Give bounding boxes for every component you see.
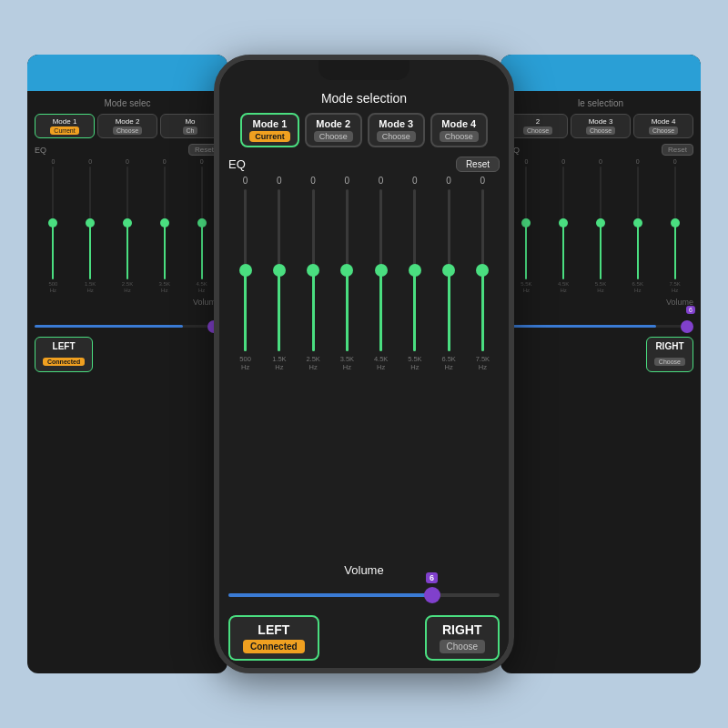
bg-right-track-1[interactable] bbox=[525, 167, 527, 279]
volume-thumb[interactable]: 6 bbox=[424, 587, 440, 603]
bg-right-freq-3: 5.5KHz bbox=[595, 281, 606, 294]
eq-val-2: 0 bbox=[269, 176, 289, 186]
bg-right-mode1-sub: Choose bbox=[523, 126, 552, 135]
eq-slider-3[interactable]: 2.5KHz bbox=[303, 189, 323, 371]
bg-right-mode-3[interactable]: Mode 4 Choose bbox=[633, 114, 693, 138]
bg-left-slider-3[interactable]: 2.5KHz bbox=[120, 167, 135, 294]
eq-track-3[interactable] bbox=[312, 189, 315, 351]
bg-left-slider-4[interactable]: 3.5KHz bbox=[157, 167, 172, 294]
bg-left-eq-val-5: 0 bbox=[194, 158, 210, 165]
bg-left-ear-sub: Connected bbox=[43, 358, 85, 366]
eq-slider-8[interactable]: 7.5KHz bbox=[472, 189, 492, 371]
bg-right-freq-1: 5.5KHz bbox=[521, 281, 531, 294]
bg-left-track-5[interactable] bbox=[201, 167, 203, 279]
eq-slider-1[interactable]: 500Hz bbox=[236, 189, 256, 371]
bg-right-track-3[interactable] bbox=[600, 167, 602, 279]
bg-left-ear-btn[interactable]: LEFT Connected bbox=[35, 337, 93, 372]
left-ear-label: LEFT bbox=[243, 622, 305, 637]
bg-right-mode3-sub: Choose bbox=[649, 126, 678, 135]
bg-left-eq-val-3: 0 bbox=[119, 158, 136, 165]
left-ear-btn[interactable]: LEFT Connected bbox=[228, 615, 319, 661]
phone-notch bbox=[318, 60, 410, 80]
bg-left-mode2-label: Mode 2 bbox=[116, 117, 140, 126]
mode-btn-3[interactable]: Mode 3 Choose bbox=[368, 113, 425, 147]
bg-left-mode-3[interactable]: Mo Ch bbox=[160, 114, 220, 138]
volume-track[interactable]: 6 bbox=[228, 593, 500, 597]
bg-left-mode1-sub: Current bbox=[50, 126, 78, 135]
eq-slider-5[interactable]: 4.5KHz bbox=[371, 189, 391, 371]
bg-right-slider-5[interactable]: 7.5KHz bbox=[668, 167, 682, 294]
mode-btn-4[interactable]: Mode 4 Choose bbox=[430, 113, 488, 147]
bg-right-slider-3[interactable]: 5.5KHz bbox=[593, 167, 608, 294]
phone-screen: Mode selection Mode 1 Current Mode 2 Cho… bbox=[219, 60, 509, 668]
bg-left-slider-1[interactable]: 500Hz bbox=[46, 167, 60, 294]
bg-left-mode-1[interactable]: Mode 1 Current bbox=[35, 114, 95, 138]
bg-left-sliders: 500Hz 1.5KHz 2.5KHz bbox=[35, 167, 220, 294]
bg-right-slider-2[interactable]: 4.5KHz bbox=[556, 167, 571, 294]
bg-right-volume-track[interactable]: 6 bbox=[508, 325, 693, 328]
eq-freq-5: 4.5KHz bbox=[374, 355, 388, 371]
bg-left-track-1[interactable] bbox=[52, 167, 54, 279]
bg-left-slider-2[interactable]: 1.5KHz bbox=[83, 167, 97, 294]
bg-left-freq-5: 4.5KHz bbox=[196, 281, 207, 294]
eq-track-8[interactable] bbox=[481, 189, 484, 351]
eq-track-6[interactable] bbox=[413, 189, 416, 351]
bg-right-mode2-sub: Choose bbox=[586, 126, 615, 135]
eq-slider-2[interactable]: 1.5KHz bbox=[269, 189, 289, 371]
bg-right-reset-button[interactable]: Reset bbox=[662, 144, 693, 156]
right-ear-label: RIGHT bbox=[440, 622, 485, 637]
bg-left-eq-title: EQ bbox=[35, 146, 46, 155]
eq-track-1[interactable] bbox=[244, 189, 247, 351]
volume-section: Volume 6 bbox=[219, 558, 509, 615]
eq-header: EQ Reset bbox=[228, 157, 500, 172]
bg-right-eq-val-5: 0 bbox=[667, 158, 683, 165]
bg-right-slider-4[interactable]: 6.5KHz bbox=[631, 167, 645, 294]
bg-right-track-5[interactable] bbox=[674, 167, 676, 279]
bg-left-eq-values: 0 0 0 0 0 bbox=[35, 158, 220, 165]
bg-left-volume-label: Volume bbox=[35, 298, 220, 307]
bg-left-volume-fill bbox=[35, 325, 183, 328]
eq-track-2[interactable] bbox=[278, 189, 280, 351]
bg-right-track-2[interactable] bbox=[562, 167, 564, 279]
reset-button[interactable]: Reset bbox=[456, 157, 500, 172]
eq-slider-6[interactable]: 5.5KHz bbox=[405, 189, 425, 371]
bg-left-track-2[interactable] bbox=[89, 167, 91, 279]
mode-btn-2[interactable]: Mode 2 Choose bbox=[305, 113, 362, 147]
bg-left-volume-track[interactable] bbox=[35, 325, 220, 328]
eq-track-5[interactable] bbox=[379, 189, 382, 351]
mode3-label: Mode 3 bbox=[379, 118, 413, 129]
bg-right-track-4[interactable] bbox=[637, 167, 639, 279]
bg-left-mode-2[interactable]: Mode 2 Choose bbox=[97, 114, 157, 138]
bg-right-freq-4: 6.5KHz bbox=[632, 281, 643, 294]
bg-right-content: le selection 2 Choose Mode 3 Choose Mode… bbox=[500, 91, 701, 379]
mode4-sub: Choose bbox=[440, 131, 479, 142]
bg-right-mode-2[interactable]: Mode 3 Choose bbox=[571, 114, 631, 138]
bg-panel-left: Mode selec Mode 1 Current Mode 2 Choose … bbox=[27, 55, 228, 673]
bg-left-track-4[interactable] bbox=[164, 167, 166, 279]
bg-left-freq-1: 500Hz bbox=[48, 281, 57, 294]
eq-track-4[interactable] bbox=[346, 189, 349, 351]
eq-val-6: 0 bbox=[405, 176, 425, 186]
eq-slider-7[interactable]: 6.5KHz bbox=[439, 189, 459, 371]
bg-right-ear-btn[interactable]: RIGHT Choose bbox=[646, 337, 693, 372]
bg-top-left bbox=[27, 55, 228, 91]
mode3-sub: Choose bbox=[377, 131, 416, 142]
bg-left-freq-3: 2.5KHz bbox=[122, 281, 133, 294]
eq-track-7[interactable] bbox=[448, 189, 450, 351]
eq-freq-4: 3.5KHz bbox=[340, 355, 354, 371]
bg-left-track-3[interactable] bbox=[126, 167, 128, 279]
right-ear-btn[interactable]: RIGHT Choose bbox=[425, 615, 500, 661]
bg-left-slider-5[interactable]: 4.5KHz bbox=[195, 167, 209, 294]
bg-right-mode-1[interactable]: 2 Choose bbox=[508, 114, 568, 138]
bg-right-eq-val-4: 0 bbox=[630, 158, 646, 165]
bg-right-mode1-label: 2 bbox=[536, 117, 540, 126]
mode-btn-1[interactable]: Mode 1 Current bbox=[240, 113, 299, 147]
bg-right-slider-1[interactable]: 5.5KHz bbox=[519, 167, 533, 294]
bg-right-mode3-label: Mode 4 bbox=[652, 117, 676, 126]
bg-left-content: Mode selec Mode 1 Current Mode 2 Choose … bbox=[27, 91, 228, 379]
eq-slider-4[interactable]: 3.5KHz bbox=[337, 189, 357, 371]
bg-right-volume-thumb[interactable]: 6 bbox=[681, 320, 693, 333]
mode4-label: Mode 4 bbox=[441, 118, 476, 129]
bg-left-eq-val-2: 0 bbox=[82, 158, 98, 165]
mode-title: Mode selection bbox=[228, 91, 500, 106]
